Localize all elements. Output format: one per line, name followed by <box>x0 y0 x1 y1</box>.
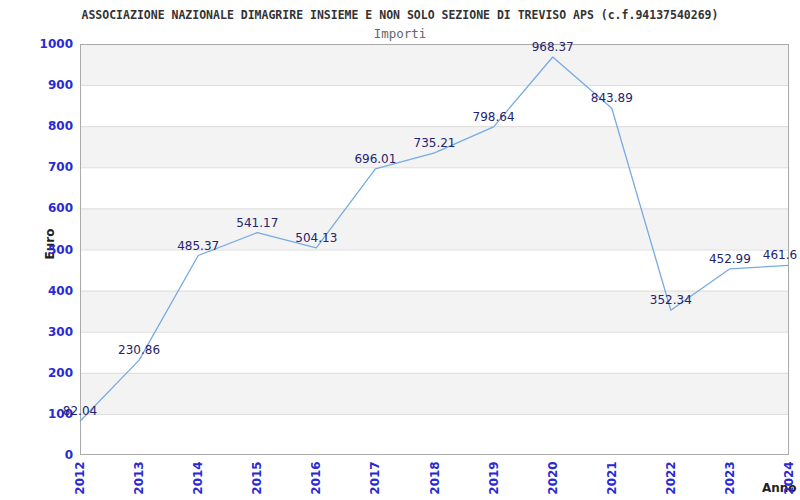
data-point-label: 843.89 <box>591 91 633 105</box>
data-point-label: 735.21 <box>414 136 456 150</box>
data-point-label: 461.6 <box>763 248 797 262</box>
x-tick-label: 2024 <box>782 461 796 494</box>
data-point-label: 541.17 <box>236 216 278 230</box>
band <box>80 44 789 85</box>
y-tick-label: 800 <box>0 118 73 134</box>
data-point-label: 352.34 <box>650 293 692 307</box>
x-tick-label: 2018 <box>428 461 442 494</box>
x-tick-label: 2021 <box>605 461 619 494</box>
y-tick-label: 1000 <box>0 36 73 52</box>
x-tick-label: 2022 <box>664 461 678 494</box>
x-tick-label: 2012 <box>73 461 87 494</box>
data-point-label: 452.99 <box>709 252 751 266</box>
data-point-label: 230.86 <box>118 343 160 357</box>
y-tick-label: 300 <box>0 324 73 340</box>
y-tick-label: 500 <box>0 242 73 258</box>
data-point-label: 82.04 <box>63 404 97 418</box>
y-tick-label: 0 <box>0 447 73 463</box>
x-tick-label: 2016 <box>309 461 323 494</box>
data-point-label: 504.13 <box>295 231 337 245</box>
chart-canvas: ASSOCIAZIONE NAZIONALE DIMAGRIRE INSIEME… <box>0 0 800 500</box>
plot-area <box>0 0 800 500</box>
data-point-label: 485.37 <box>177 239 219 253</box>
x-tick-label: 2017 <box>368 461 382 494</box>
band <box>80 373 789 414</box>
x-tick-label: 2019 <box>487 461 501 494</box>
y-tick-label: 600 <box>0 200 73 216</box>
data-point-label: 968.37 <box>532 40 574 54</box>
y-tick-label: 200 <box>0 365 73 381</box>
x-tick-label: 2015 <box>250 461 264 494</box>
x-tick-label: 2023 <box>723 461 737 494</box>
y-tick-label: 700 <box>0 159 73 175</box>
y-tick-label: 400 <box>0 283 73 299</box>
data-point-label: 798.64 <box>473 110 515 124</box>
x-tick-label: 2013 <box>132 461 146 494</box>
data-point-label: 696.01 <box>354 152 396 166</box>
y-tick-label: 900 <box>0 77 73 93</box>
x-tick-label: 2014 <box>191 461 205 494</box>
x-tick-label: 2020 <box>546 461 560 494</box>
